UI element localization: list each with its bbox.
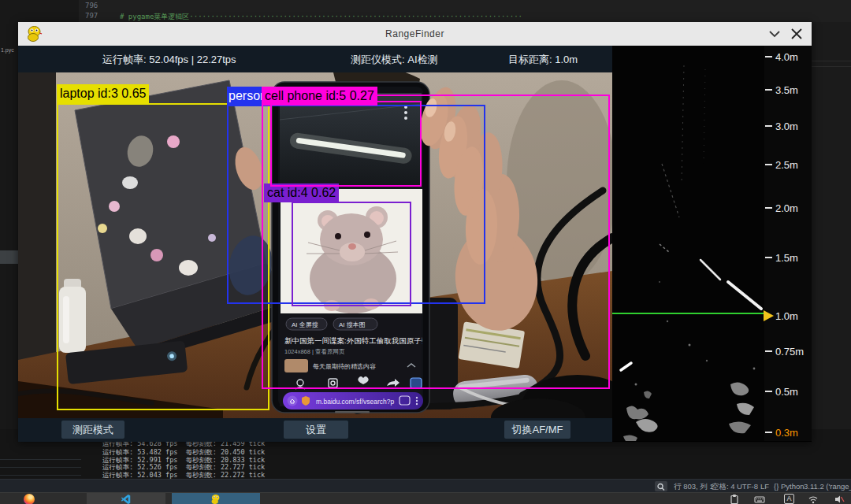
tick-label: 0.75m <box>775 346 804 358</box>
volume-muted-icon[interactable] <box>834 494 845 504</box>
wifi-icon[interactable] <box>808 494 819 504</box>
taskbar-vscode-button[interactable] <box>87 493 165 504</box>
tick-label: 0.5m <box>775 386 798 398</box>
tick-dash <box>765 207 772 209</box>
sidebar-selection-block <box>0 250 18 264</box>
detection-box-cellphone-inner <box>270 101 422 187</box>
tick-dash <box>765 350 772 352</box>
depth-panel <box>612 46 764 441</box>
tick-label: 2.0m <box>775 202 798 214</box>
status-eol[interactable]: LF <box>760 482 769 491</box>
screen: 796 797 # pygame菜单逻辑区···················… <box>0 0 851 504</box>
tick-dash <box>765 89 772 91</box>
detection-label-cellphone: cell phone id:5 0.27 <box>262 87 377 106</box>
tick-label: 3.5m <box>775 84 798 96</box>
vscode-status-bar: 行 803, 列 1 空格: 4 UTF-8 LF {} Python 3.11… <box>0 479 851 493</box>
phone-url-bar[interactable]: m.baidu.com/sf/vsearch?p <box>283 392 423 410</box>
pygame-icon <box>210 494 221 504</box>
scale-tick: 0.3m <box>764 426 812 439</box>
camera-view[interactable]: AI 全屏搜 AI 搜本图 新中国第一间谍案:外国特工偷取我国原子弹… 1024… <box>18 72 612 418</box>
status-cursor-position[interactable]: 行 803, 列 1 <box>674 482 714 492</box>
window-titlebar[interactable]: RangeFinder <box>18 22 812 46</box>
mode-readout: 测距仪模式: AI检测 <box>351 53 438 67</box>
detection-label-laptop: laptop id:3 0.65 <box>57 84 149 103</box>
search-icon[interactable] <box>655 481 667 491</box>
status-encoding[interactable]: UTF-8 <box>737 482 758 491</box>
depth-pointcloud <box>612 46 764 441</box>
tick-label: 0.3m <box>775 427 798 439</box>
close-icon[interactable] <box>790 28 804 40</box>
target-distance-readout: 目标距离: 1.0m <box>508 53 578 67</box>
tick-dash <box>765 257 772 258</box>
tick-dash <box>765 432 772 433</box>
keyboard-icon[interactable] <box>754 494 765 504</box>
fps-readout: 运行帧率: 52.04fps | 22.27tps <box>102 53 236 67</box>
status-python-env[interactable]: 3.11.2 ('range_finder_ <box>804 482 851 491</box>
toggle-af-mf-button[interactable]: 切换AF/MF <box>504 421 570 439</box>
controls-bar: 测距模式 设置 切换AF/MF <box>18 418 612 442</box>
editor-line-number: 796 <box>85 2 98 9</box>
status-indentation[interactable]: 空格: 4 <box>712 482 735 492</box>
sidebar-top-mask <box>0 0 79 22</box>
tick-dash <box>765 391 772 392</box>
divider <box>812 61 851 61</box>
scale-tick: 3.5m <box>764 83 812 96</box>
taskbar-pygame-button[interactable] <box>172 493 260 504</box>
tick-dash <box>765 164 772 165</box>
measure-mode-button[interactable]: 测距模式 <box>61 421 124 439</box>
divider <box>0 459 81 460</box>
divider <box>0 475 81 476</box>
settings-button[interactable]: 设置 <box>284 421 348 439</box>
scale-tick: 2.0m <box>764 202 812 214</box>
input-method-indicator[interactable]: A <box>784 494 794 504</box>
editor-line-number: 797 <box>85 12 98 20</box>
editor-code-line: # pygame菜单逻辑区···························… <box>120 12 522 22</box>
firefox-icon[interactable] <box>24 494 35 504</box>
phone-home-bar <box>335 411 370 413</box>
tick-dash <box>765 56 772 57</box>
url-text: m.baidu.com/sf/vsearch?p <box>316 398 394 406</box>
detection-label-person: person <box>227 87 265 106</box>
distance-pointer-icon <box>764 310 774 321</box>
clipboard-icon[interactable] <box>729 494 740 504</box>
speckle-cluster <box>623 281 755 441</box>
scale-tick: 0.75m <box>764 345 812 358</box>
tick-label: 4.0m <box>775 51 798 63</box>
chevron-down-icon[interactable] <box>767 28 782 40</box>
divider <box>812 66 851 67</box>
distance-scale: 4.0m 3.5m 3.0m 2.5m 2.0m 1.5m 1.0m 0.75m… <box>764 46 812 441</box>
window-title: RangeFinder <box>18 28 812 39</box>
scale-tick: 3.0m <box>764 120 812 132</box>
tick-label: 2.5m <box>775 159 798 171</box>
vscode-icon <box>121 494 132 504</box>
app-status-bar: 运行帧率: 52.04fps | 22.27tps 测距仪模式: AI检测 目标… <box>18 46 612 72</box>
tick-label: 1.5m <box>775 252 798 264</box>
status-language[interactable]: {} Python <box>774 482 805 491</box>
tick-dash <box>765 125 772 127</box>
scale-tick: 2.5m <box>764 158 812 171</box>
rangefinder-window: RangeFinder 运行帧率: 52.04fps | 22.27tps 测距… <box>18 22 812 442</box>
editor-right-background <box>812 22 851 442</box>
code-editor-background: 796 797 # pygame菜单逻辑区···················… <box>0 0 851 22</box>
scale-tick: 0.5m <box>764 385 812 398</box>
scale-tick: 1.5m <box>764 251 812 264</box>
more-dots-icon[interactable] <box>416 397 418 405</box>
sidebar-file-label: 1.pyc <box>1 47 14 53</box>
divider <box>0 467 81 468</box>
tick-label: 3.0m <box>775 120 798 132</box>
taskbar: A <box>0 492 851 504</box>
scale-tick: 4.0m <box>764 50 812 63</box>
tick-label: 1.0m <box>775 310 798 322</box>
